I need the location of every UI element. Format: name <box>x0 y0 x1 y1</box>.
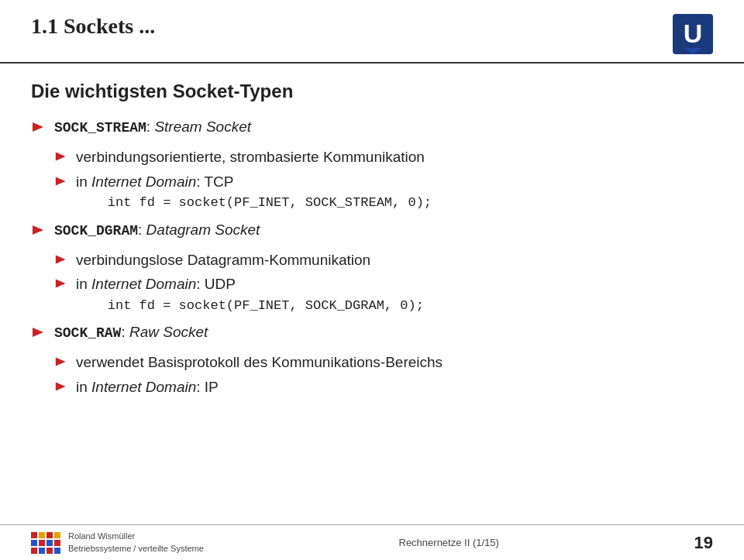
main-content: Die wichtigsten Socket-Typen SOCK_STREAM… <box>0 64 744 398</box>
sock-stream-sub-list: verbindungsorientierte, strombasierte Ko… <box>54 146 713 213</box>
sock-dgram-keyword: SOCK_DGRAM <box>54 223 138 239</box>
sub-item-dgram-2: in Internet Domain: UDP int fd = socket(… <box>54 273 713 315</box>
sock-stream-text: : Stream Socket <box>146 119 251 135</box>
svg-text:U: U <box>684 19 703 48</box>
arrow-icon-sub-dgram-1 <box>54 252 70 267</box>
svg-rect-25 <box>39 548 45 554</box>
svg-marker-7 <box>56 177 66 185</box>
footer-left: Roland Wismüller Betriebssysteme / verte… <box>31 531 204 555</box>
arrow-icon-sub-stream-1 <box>54 149 70 164</box>
sub-item-raw-1: verwendet Basisprotokoll des Kommunikati… <box>54 352 713 374</box>
sock-dgram-sub-list: verbindungslose Datagramm-Kommunikation … <box>54 249 713 316</box>
svg-rect-5 <box>33 126 39 129</box>
sub-item-stream-2: in Internet Domain: TCP int fd = socket(… <box>54 171 713 213</box>
svg-rect-13 <box>33 332 39 334</box>
svg-marker-14 <box>56 358 66 366</box>
sock-raw-keyword: SOCK_RAW <box>54 325 121 341</box>
arrow-icon-sub-stream-2 <box>54 173 70 189</box>
svg-rect-22 <box>46 540 53 546</box>
page-title: 1.1 Sockets ... <box>31 14 155 39</box>
dgram-sub1-text: verbindungslose Datagramm-Kommunikation <box>76 249 370 272</box>
raw-sub2-text: in Internet Domain: IP <box>76 376 219 399</box>
header: 1.1 Sockets ... U <box>0 0 744 64</box>
sock-stream-keyword: SOCK_STREAM <box>54 120 146 136</box>
svg-rect-26 <box>46 548 53 554</box>
svg-marker-11 <box>56 280 66 288</box>
sock-dgram-text: : Datagram Socket <box>138 222 260 238</box>
arrow-icon-sub-raw-1 <box>54 354 70 369</box>
sub-item-raw-2: in Internet Domain: IP <box>54 376 713 399</box>
raw-sub1-text: verwendet Basisprotokoll des Kommunikati… <box>76 352 443 374</box>
arrow-icon-raw <box>31 324 48 341</box>
stream-code: int fd = socket(PF_INET, SOCK_STREAM, 0)… <box>76 195 432 210</box>
university-logo-icon: U <box>673 14 713 54</box>
stream-sub1-text: verbindungsorientierte, strombasierte Ko… <box>76 146 425 169</box>
sock-raw-text: : Raw Socket <box>121 324 208 340</box>
arrow-icon-sub-dgram-2 <box>54 276 70 291</box>
section-title: Die wichtigsten Socket-Typen <box>31 81 713 102</box>
svg-rect-20 <box>31 540 37 546</box>
list-item-sock-stream: SOCK_STREAM: Stream Socket <box>31 116 713 139</box>
sock-stream-label: SOCK_STREAM: Stream Socket <box>54 116 251 139</box>
sock-raw-sub-list: verwendet Basisprotokoll des Kommunikati… <box>54 352 713 398</box>
sock-dgram-label: SOCK_DGRAM: Datagram Socket <box>54 219 260 242</box>
page-container: 1.1 Sockets ... U Die wichtigsten Socket… <box>0 0 744 560</box>
socket-types-list: SOCK_STREAM: Stream Socket verbindungsor… <box>31 116 713 398</box>
svg-marker-6 <box>56 153 66 161</box>
sock-raw-label: SOCK_RAW: Raw Socket <box>54 321 208 344</box>
svg-rect-21 <box>39 540 45 546</box>
list-item-sock-raw: SOCK_RAW: Raw Socket <box>31 321 713 344</box>
footer-author-affiliation: Betriebssysteme / verteilte Systeme <box>68 543 204 555</box>
dgram-code: int fd = socket(PF_INET, SOCK_DGRAM, 0); <box>76 298 424 313</box>
footer-author-name: Roland Wismüller <box>68 531 204 542</box>
svg-rect-16 <box>31 532 37 538</box>
arrow-icon-dgram <box>31 222 48 239</box>
svg-rect-17 <box>39 532 45 538</box>
arrow-icon-sub-raw-2 <box>54 379 70 394</box>
svg-rect-24 <box>31 548 37 554</box>
svg-rect-23 <box>54 540 60 546</box>
footer-course: Rechnernetze II (1/15) <box>399 537 499 548</box>
sub-item-dgram-1: verbindungslose Datagramm-Kommunikation <box>54 249 713 272</box>
footer-page-number: 19 <box>694 533 713 553</box>
svg-rect-9 <box>33 228 39 231</box>
footer-author: Roland Wismüller Betriebssysteme / verte… <box>68 531 204 555</box>
dgram-sub2-text: in Internet Domain: UDP <box>76 276 236 292</box>
footer-logo-icon <box>31 532 60 554</box>
footer: Roland Wismüller Betriebssysteme / verte… <box>0 524 744 560</box>
svg-rect-27 <box>54 548 60 554</box>
stream-sub2-text: in Internet Domain: TCP <box>76 173 233 190</box>
sub-item-stream-1: verbindungsorientierte, strombasierte Ko… <box>54 146 713 169</box>
svg-marker-10 <box>56 255 66 263</box>
svg-rect-19 <box>54 532 60 538</box>
svg-rect-18 <box>46 532 53 538</box>
list-item-sock-dgram: SOCK_DGRAM: Datagram Socket <box>31 219 713 242</box>
arrow-icon-stream <box>31 119 48 136</box>
svg-marker-15 <box>56 382 66 390</box>
